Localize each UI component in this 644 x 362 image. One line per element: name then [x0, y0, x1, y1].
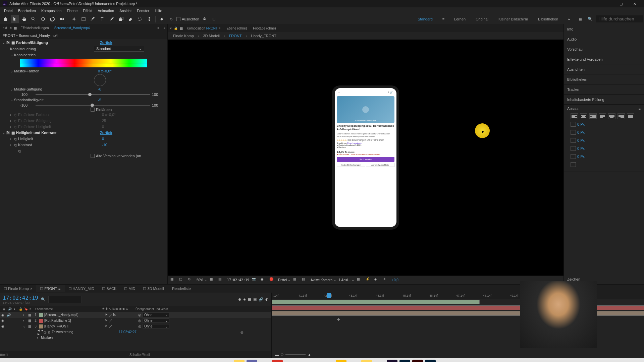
- tab-project[interactable]: ekt: [0, 25, 10, 31]
- app-icon-2[interactable]: ●: [272, 360, 283, 362]
- menu-komposition[interactable]: Komposition: [39, 8, 64, 13]
- align-center[interactable]: [580, 113, 587, 119]
- tab-effect-controls[interactable]: Effekteinstellungen: [18, 25, 51, 31]
- selection-tool[interactable]: [11, 15, 19, 23]
- zoom-in-icon[interactable]: ▲: [308, 353, 311, 357]
- tl-tab-mid[interactable]: MID: [120, 285, 139, 292]
- align-left[interactable]: [571, 113, 578, 119]
- tl-btn-1[interactable]: ⊕: [238, 297, 241, 302]
- folder-icon[interactable]: 📂: [361, 360, 372, 362]
- toggle-icon[interactable]: ⊙: [188, 277, 194, 283]
- workspace-standard[interactable]: Standard: [414, 16, 436, 22]
- menu-hilfe[interactable]: Hilfe: [152, 8, 165, 13]
- ae-icon[interactable]: Ae: [387, 360, 397, 362]
- taskview-button[interactable]: ▤: [221, 360, 232, 362]
- camera-select[interactable]: Aktive Kamera ⌄: [311, 278, 336, 282]
- col-parent[interactable]: Übergeordnet und verkn...: [134, 307, 174, 311]
- explorer-icon[interactable]: 📁: [234, 360, 245, 362]
- menu-datei[interactable]: Datei: [1, 8, 15, 13]
- justify-last-center[interactable]: [608, 113, 615, 119]
- master-light-value[interactable]: -5: [98, 98, 101, 102]
- grid-icon[interactable]: ▦: [170, 277, 176, 283]
- menu-effekt[interactable]: Effekt: [80, 8, 95, 13]
- master-sat-value[interactable]: -8: [98, 87, 101, 91]
- text-tool[interactable]: T: [98, 15, 106, 23]
- snap-tool[interactable]: ◆: [158, 15, 166, 23]
- twirl-icon[interactable]: ⌄: [2, 131, 6, 135]
- fast-icon[interactable]: ⚡: [366, 277, 372, 283]
- fx-badge-icon[interactable]: fx: [6, 41, 10, 44]
- menu-fenster[interactable]: Fenster: [134, 8, 152, 13]
- panel-tracker[interactable]: Tracker: [564, 84, 644, 95]
- tl-tab-handymid[interactable]: HANDY_MID: [65, 285, 99, 292]
- exposure-value[interactable]: +0,0: [392, 278, 398, 282]
- crumb-front[interactable]: FRONT: [227, 33, 244, 39]
- workspace-original[interactable]: Original: [472, 16, 492, 22]
- absatz-title[interactable]: Absatz: [567, 107, 579, 111]
- 3d-icon[interactable]: ◈: [374, 277, 380, 283]
- tl-tab-3dmodell[interactable]: 3D Modell: [139, 285, 168, 292]
- ps-icon[interactable]: Ps: [399, 360, 410, 362]
- col-audio-icon[interactable]: 🔊: [7, 307, 12, 311]
- timeline-search[interactable]: [48, 296, 82, 303]
- camera-tool[interactable]: [58, 15, 66, 23]
- crumb-handy[interactable]: Handy_FRONT: [249, 33, 278, 39]
- light-slider[interactable]: [36, 105, 150, 106]
- rotate-tool[interactable]: [48, 15, 56, 23]
- panel-audio[interactable]: Audio: [564, 34, 644, 44]
- brush-tool[interactable]: [108, 15, 116, 23]
- tl-btn-6[interactable]: ◐: [265, 297, 269, 302]
- snap2-tool[interactable]: ◇: [167, 15, 175, 23]
- prop-masks[interactable]: › Masken: [0, 335, 271, 341]
- workspace-kleiner[interactable]: Kleiner Bildschirm: [495, 16, 531, 22]
- workspace-bibliotheken[interactable]: Bibliotheken: [535, 16, 561, 22]
- workspace-menu-icon[interactable]: ≡: [439, 15, 447, 23]
- panel-info[interactable]: Info: [564, 24, 644, 34]
- snap4-tool[interactable]: ⊞: [210, 15, 218, 23]
- justify-all[interactable]: [627, 113, 634, 119]
- space-after-val[interactable]: 0 Px: [577, 155, 585, 159]
- facebook-icon[interactable]: f: [323, 360, 334, 362]
- legacy-checkbox[interactable]: [91, 154, 95, 158]
- tl-btn-5[interactable]: 🔗: [259, 297, 263, 302]
- views-select[interactable]: 1 Ansi... ⌄: [339, 278, 354, 282]
- panel-fuellung[interactable]: Inhaltsbasierte Füllung: [564, 95, 644, 105]
- layer-row-2[interactable]: ◉ ›▦2 [Rot Farbfläche 1] ☀／ ◎Ohne⌄: [0, 318, 271, 323]
- tl-btn-3[interactable]: ▦: [248, 297, 251, 302]
- hue-dial[interactable]: [94, 74, 106, 86]
- tl-footer-btn1[interactable]: ⊞: [0, 353, 3, 357]
- help-search[interactable]: [596, 15, 643, 22]
- twirl-icon[interactable]: ⌄: [2, 41, 6, 45]
- color-icon[interactable]: 🔴: [269, 277, 275, 283]
- zoom-out-icon[interactable]: ▬: [275, 353, 279, 357]
- hand-tool[interactable]: [20, 15, 28, 23]
- space-before-val[interactable]: 0 Px: [577, 146, 585, 150]
- panel-vorschau[interactable]: Vorschau: [564, 44, 644, 54]
- zoom-select[interactable]: 50% ⌄: [197, 278, 207, 282]
- orbit-tool[interactable]: [39, 15, 47, 23]
- effect-brightness-contrast[interactable]: Helligkeit und Kontrast: [16, 131, 100, 135]
- pickwhip-icon[interactable]: ◎: [138, 313, 141, 317]
- crumb-finale[interactable]: Finale Komp: [171, 33, 196, 39]
- menu-bearbeiten[interactable]: Bearbeiten: [15, 8, 39, 13]
- indent-first-val[interactable]: 0 Px: [577, 138, 585, 142]
- app-icon-4[interactable]: 📝: [336, 360, 346, 362]
- justify-last-left[interactable]: [599, 113, 606, 119]
- workspace-edit-icon[interactable]: ▦: [576, 15, 584, 23]
- layer-row-1[interactable]: ◉🔊 ›▦1 [Screen..._Handy.mp4] ☀／fx ◎Ohne⌄: [0, 312, 271, 318]
- tl-tab-render[interactable]: Renderliste: [168, 285, 195, 292]
- fx-badge-icon[interactable]: fx: [6, 131, 10, 134]
- twirl-icon[interactable]: ⌄: [10, 98, 14, 102]
- timeline-timecode[interactable]: 17:02:42:19: [3, 295, 38, 301]
- clone-tool[interactable]: [117, 15, 125, 23]
- viewer-timecode[interactable]: 17:02:42:19: [227, 278, 249, 282]
- panel-menu-icon[interactable]: ≡: [639, 107, 641, 111]
- workspace-overflow-icon[interactable]: »: [565, 15, 573, 23]
- keyframe-icon[interactable]: ◆: [337, 317, 340, 321]
- hue-strip-top[interactable]: [20, 59, 147, 63]
- tl-footer-btn3[interactable]: ⊟: [5, 353, 8, 357]
- transp-icon[interactable]: ▤: [218, 277, 224, 283]
- layer-color-chip[interactable]: [39, 313, 43, 317]
- mask-icon[interactable]: ▢: [179, 277, 185, 283]
- app-icon-1[interactable]: 👥: [247, 360, 257, 362]
